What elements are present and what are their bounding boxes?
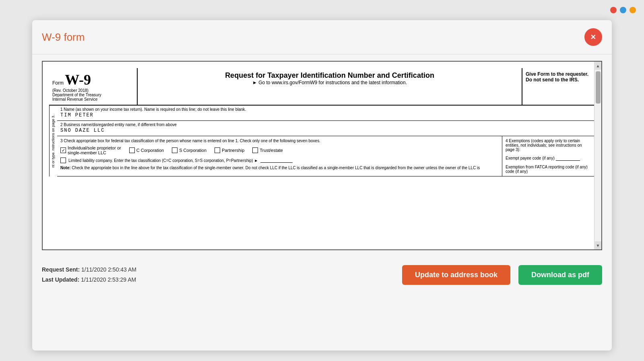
checkbox-individual-box	[60, 147, 66, 153]
dialog-header: W-9 form ×	[32, 20, 612, 54]
checkbox-s-corp-label: S Corporation	[179, 148, 206, 153]
form-label-text: Form W-9	[52, 71, 134, 88]
note-bold: Note:	[60, 166, 71, 170]
form-header-left: Form W-9 (Rev. October 2018) Department …	[49, 68, 138, 105]
note-content: Check the appropriate box in the line ab…	[72, 166, 480, 170]
checkbox-partnership-box	[215, 147, 220, 153]
footer-info: Request Sent: 1/11/2020 2:50:43 AM Last …	[42, 265, 136, 285]
form-header: Form W-9 (Rev. October 2018) Department …	[49, 68, 595, 106]
field1-label: 1 Name (as shown on your income tax retu…	[60, 107, 592, 112]
form-subtitle: ► Go to www.irs.gov/FormW9 for instructi…	[144, 80, 515, 85]
close-button[interactable]: ×	[584, 28, 602, 46]
checkbox-individual-label: Individual/sole proprietor orsingle-memb…	[68, 145, 121, 155]
form-header-right: Give Form to the requester. Do not send …	[522, 68, 595, 105]
checkbox-individual: Individual/sole proprietor orsingle-memb…	[60, 145, 121, 155]
field1-value: TIM PETER	[60, 112, 592, 119]
form-side-label: nt or type. nstructions on page 3.	[49, 106, 57, 176]
field1: 1 Name (as shown on your income tax retu…	[57, 106, 595, 121]
checkbox-c-corp-box	[129, 147, 135, 153]
exempt-fatca-label: Exemption from FATCA reporting code (if …	[506, 165, 592, 169]
form-dept: Department of the Treasury	[52, 93, 134, 97]
scroll-up-arrow[interactable]: ▲	[595, 62, 601, 70]
note-text: Note: Check the appropriate box in the l…	[60, 166, 499, 170]
dialog-title: W-9 form	[42, 31, 85, 44]
llc-input	[260, 158, 293, 163]
traffic-light-red	[610, 7, 617, 13]
checkbox-partnership-label: Partnership	[222, 148, 244, 153]
form-body: nt or type. nstructions on page 3. 1 Nam…	[49, 106, 595, 176]
field2: 2 Business name/disregarded entity name,…	[57, 121, 595, 136]
field4-label: 4 Exemptions (codes apply only to certai…	[506, 139, 592, 152]
form-service: Internal Revenue Service	[52, 97, 134, 102]
footer-buttons: Update to address book Download as pdf	[402, 265, 602, 285]
form-viewer[interactable]: Form W-9 (Rev. October 2018) Department …	[42, 61, 602, 250]
checkbox-s-corp-box	[172, 147, 178, 153]
checkbox-trust-box	[252, 147, 258, 153]
traffic-lights	[610, 7, 636, 13]
llc-checkbox-box	[60, 158, 66, 163]
title-bar	[0, 0, 644, 20]
tax-section: 3 Check appropriate box for federal tax …	[57, 136, 595, 176]
scrollbar[interactable]: ▲ ▼	[594, 62, 601, 249]
update-address-book-button[interactable]: Update to address book	[402, 265, 510, 285]
field2-label: 2 Business name/disregarded entity name,…	[60, 122, 592, 127]
request-sent-label: Request Sent:	[42, 266, 80, 273]
checkbox-c-corp: C Corporation	[129, 147, 164, 153]
checkbox-s-corp: S Corporation	[172, 147, 206, 153]
scrollbar-thumb[interactable]	[596, 71, 601, 104]
field3-label: 3 Check appropriate box for federal tax …	[60, 139, 499, 143]
form-header-center: Request for Taxpayer Identification Numb…	[138, 68, 522, 105]
exempt-fatca-cont: code (if any)	[506, 169, 592, 174]
last-updated-label: Last Updated:	[42, 276, 79, 283]
w9-dialog: W-9 form × Form W-9 (Rev. October 2018) …	[32, 20, 612, 351]
traffic-light-blue	[620, 7, 626, 13]
request-sent-value: 1/11/2020 2:50:43 AM	[81, 266, 136, 273]
footer-section: Request Sent: 1/11/2020 2:50:43 AM Last …	[32, 257, 612, 293]
checkbox-trust-label: Trust/estate	[260, 148, 283, 153]
checkbox-trust: Trust/estate	[252, 147, 283, 153]
last-updated-value: 1/11/2020 2:53:29 AM	[81, 276, 136, 283]
tax-main: 3 Check appropriate box for federal tax …	[57, 136, 502, 176]
tax-exempt: 4 Exemptions (codes apply only to certai…	[502, 136, 595, 176]
llc-label: Limited liability company. Enter the tax…	[68, 158, 258, 163]
request-sent-row: Request Sent: 1/11/2020 2:50:43 AM	[42, 265, 136, 275]
form-number: W-9	[65, 72, 91, 88]
traffic-light-yellow	[630, 7, 636, 13]
last-updated-row: Last Updated: 1/11/2020 2:53:29 AM	[42, 275, 136, 285]
scroll-down-arrow[interactable]: ▼	[595, 241, 601, 249]
download-pdf-button[interactable]: Download as pdf	[518, 265, 602, 285]
form-rev: (Rev. October 2018)	[52, 88, 134, 93]
w9-form-content: Form W-9 (Rev. October 2018) Department …	[43, 62, 601, 250]
checkbox-c-corp-label: C Corporation	[136, 148, 164, 153]
checkbox-row-1: Individual/sole proprietor orsingle-memb…	[60, 145, 499, 155]
field2-value: SNO DAZE LLC	[60, 127, 592, 134]
checkbox-partnership: Partnership	[215, 147, 244, 153]
llc-row: Limited liability company. Enter the tax…	[60, 158, 499, 163]
form-main: 1 Name (as shown on your income tax retu…	[57, 106, 595, 176]
exempt-payee-label: Exempt payee code (if any)	[506, 156, 592, 161]
form-title: Request for Taxpayer Identification Numb…	[144, 71, 515, 80]
